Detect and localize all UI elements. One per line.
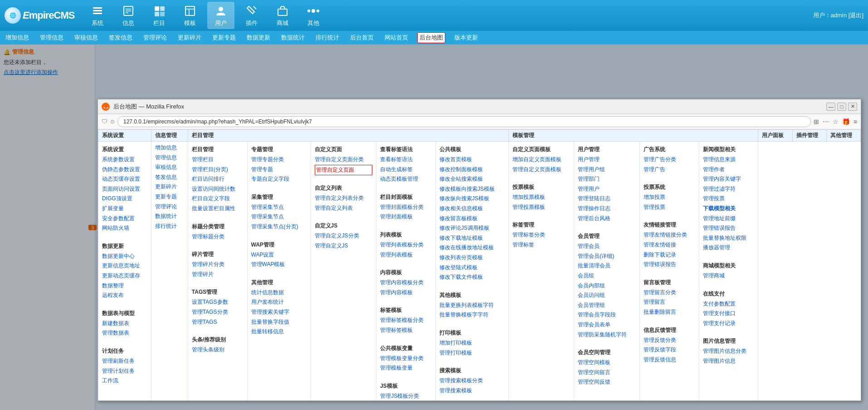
link-player-mgr[interactable]: 播放器管理 [703, 243, 755, 253]
link-manage-print[interactable]: 管理打印模板 [439, 348, 505, 358]
link-feedback-class[interactable]: 管理反馈分类 [644, 336, 695, 346]
link-ad-class[interactable]: 管理广告分类 [644, 155, 695, 165]
link-error-report2[interactable]: 管理错误报告 [703, 223, 755, 233]
link-member-detail[interactable]: 管理会员(详细) [578, 252, 636, 262]
link-anti-collect[interactable]: 管理防采集随机字符 [578, 330, 636, 340]
url-input[interactable] [117, 116, 811, 127]
link-fragment[interactable]: 管理碎片 [192, 270, 244, 280]
link-op-log[interactable]: 管理操作日志 [578, 204, 636, 214]
link-page-access[interactable]: 页面间访问设置 [102, 184, 147, 194]
maximize-button[interactable]: □ [837, 103, 846, 111]
link-special-fields[interactable]: 专题自定义字段 [251, 174, 307, 184]
nav-template[interactable]: 模板 [176, 2, 204, 29]
link-update-fragment[interactable]: 更新碎片 [155, 182, 184, 192]
link-custom-page-class[interactable]: 管理自定义页面分类 [315, 155, 373, 165]
link-manage-column[interactable]: 管理栏目 [192, 155, 244, 165]
nav-rank-stats[interactable]: 排行统计 [314, 33, 341, 43]
link-message-class[interactable]: 管理留言分类 [644, 288, 695, 298]
link-manage-custom-page-tmpl[interactable]: 管理自定义页面模板 [512, 165, 571, 175]
link-collect-node[interactable]: 管理采集节点 [251, 203, 307, 212]
link-custom-list[interactable]: 管理自定义列表 [315, 203, 373, 213]
nav-other[interactable]: 其他 [300, 2, 327, 29]
link-add-print[interactable]: 增加打印模板 [439, 338, 505, 348]
bookmark-icon[interactable]: ⋯ [823, 118, 829, 125]
nav-user[interactable]: 用户 [207, 2, 234, 29]
link-search-template[interactable]: 管理搜索模板 [439, 386, 505, 396]
link-workflow[interactable]: 工作流 [102, 376, 147, 386]
link-title-class[interactable]: 管理标题分类 [192, 232, 244, 242]
link-delete-download[interactable]: 删除下载记录 [644, 250, 695, 260]
nav-manage-comment[interactable]: 管理评论 [141, 33, 169, 43]
link-login-style[interactable]: 修改登陆式模板 [439, 263, 505, 273]
nav-shop[interactable]: 商城 [269, 2, 296, 29]
link-member-group[interactable]: 会员组 [578, 271, 636, 281]
link-custom-list-class[interactable]: 管理自定义列表分类 [315, 193, 373, 203]
link-search-template[interactable]: 修改全站搜索模板 [439, 174, 505, 184]
link-department[interactable]: 管理部门 [578, 174, 636, 184]
link-info-source[interactable]: 管理信息来源 [703, 155, 755, 165]
link-list-template[interactable]: 管理列表模板 [380, 250, 432, 260]
link-tag-manage[interactable]: 管理标签 [512, 240, 571, 250]
link-download-file[interactable]: 修改下载文件模板 [439, 272, 505, 282]
link-vertical-search[interactable]: 修改纵向搜索JS模板 [439, 194, 505, 204]
share-icon[interactable]: 🎁 [842, 118, 850, 125]
link-member-mgr-group[interactable]: 会员管理组 [578, 301, 636, 311]
link-auto-tag[interactable]: 自动生成标签 [380, 165, 432, 175]
link-content-class[interactable]: 管理内容模板分类 [380, 278, 432, 288]
link-stats-info[interactable]: 统计信息数据 [251, 288, 307, 298]
link-member-visit-group[interactable]: 会员访问组 [578, 291, 636, 301]
link-cover-template[interactable]: 管理封面模板 [380, 212, 432, 222]
link-search-keyword[interactable]: 管理搜索关键字 [251, 307, 307, 317]
link-special[interactable]: 管理专题 [251, 165, 307, 175]
nav-info[interactable]: 信息 [115, 2, 142, 29]
nav-column[interactable]: 栏目 [146, 2, 173, 29]
link-tag-syntax[interactable]: 查看标签语法 [380, 155, 432, 165]
link-comment-js[interactable]: 修改评论JS调用模板 [439, 223, 505, 233]
link-sys-params[interactable]: 系统参数设置 [102, 155, 147, 165]
link-backend-style[interactable]: 管理后台风格 [578, 214, 636, 224]
link-manage-column-page[interactable]: 管理栏目(分页) [192, 165, 244, 175]
link-headline-level[interactable]: 管理头条级别 [192, 345, 244, 355]
link-image-info[interactable]: 管理图片信息 [703, 356, 755, 366]
link-list-class[interactable]: 管理列表模板分类 [380, 240, 432, 250]
link-data-stats[interactable]: 数据统计 [155, 212, 184, 222]
link-vote2[interactable]: 管理投票 [703, 194, 755, 204]
link-special-class[interactable]: 管理专题分类 [251, 155, 307, 165]
nav-version-update[interactable]: 版本更新 [453, 33, 480, 43]
nav-backend-home[interactable]: 后台首页 [348, 33, 375, 43]
link-batch-template-replace[interactable]: 批量替换模板字字符 [439, 310, 505, 320]
link-panel-template[interactable]: 修改控制面板模板 [439, 165, 505, 175]
link-message-board[interactable]: 修改留言板模板 [439, 214, 505, 224]
link-batch-clear-member[interactable]: 批量清理会员 [578, 261, 636, 271]
link-download-model[interactable]: 下载模型相关 [703, 204, 755, 214]
link-member-fields[interactable]: 管理会员字段段 [578, 310, 636, 320]
nav-update-special[interactable]: 更新专题 [210, 33, 238, 43]
link-shop[interactable]: 管理商城 [703, 271, 755, 281]
link-new-table[interactable]: 新建数据表 [102, 319, 147, 329]
link-manage-vote-tmpl[interactable]: 管理投票模板 [512, 203, 571, 212]
link-common-var-class[interactable]: 管理模板变量分类 [380, 354, 432, 364]
link-download-addr[interactable]: 修改下载地址模板 [439, 233, 505, 243]
link-add-info[interactable]: 增加信息 [155, 143, 184, 153]
link-custom-js-class[interactable]: 管理自定义JS分类 [315, 231, 373, 241]
link-batch-list-replace[interactable]: 批量更换列表模板字符 [439, 301, 505, 311]
link-author[interactable]: 管理作者 [703, 165, 755, 175]
link-custom-js[interactable]: 管理自定义JS [315, 241, 373, 251]
link-data-sort[interactable]: 数据整理 [102, 281, 147, 291]
link-pay-interface[interactable]: 管理支付接口 [703, 309, 755, 319]
link-wap-template[interactable]: 管理WAP模板 [251, 260, 307, 270]
link-message[interactable]: 管理留言 [644, 297, 695, 307]
nav-website-home[interactable]: 网站首页 [383, 33, 410, 43]
nav-issue-info[interactable]: 签发信息 [107, 33, 134, 43]
link-space-feedback[interactable]: 管理空间反馈 [578, 377, 636, 387]
link-add-vote-tmpl[interactable]: 增加投票模板 [512, 193, 571, 203]
link-add-custom-page-tmpl[interactable]: 增加自定义页面模板 [512, 155, 571, 165]
link-plan-task[interactable]: 管理计划任务 [102, 366, 147, 376]
link-tag-class[interactable]: 管理标签模板分类 [380, 316, 432, 326]
link-refresh-task[interactable]: 管理刷新任务 [102, 356, 147, 366]
link-batch-addr-perm[interactable]: 批量替换地址权限 [703, 233, 755, 243]
link-access-stats[interactable]: 设置访问间统计数 [192, 184, 244, 194]
link-feedback-field[interactable]: 管理反馈字段 [644, 345, 695, 355]
link-dynamic-cache[interactable]: 动态页缓存设置 [102, 174, 147, 184]
link-tags-params[interactable]: 设置TAGS参数 [192, 297, 244, 307]
